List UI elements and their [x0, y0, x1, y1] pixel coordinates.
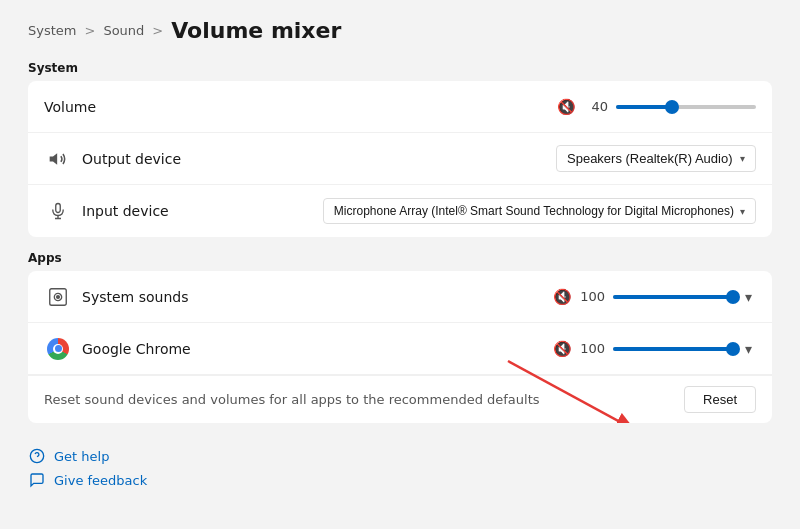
volume-label: Volume	[44, 99, 557, 115]
system-sounds-mute-icon[interactable]: 🔇	[553, 288, 572, 306]
output-device-right: Speakers (Realtek(R) Audio) ▾	[556, 145, 756, 172]
volume-mute-icon[interactable]: 🔇	[557, 98, 576, 116]
reset-row: Reset sound devices and volumes for all …	[28, 375, 772, 423]
chrome-value: 100	[580, 341, 605, 356]
system-section-label: System	[28, 61, 772, 75]
input-device-chevron: ▾	[740, 206, 745, 217]
give-feedback-icon	[28, 471, 46, 489]
chrome-icon	[44, 338, 72, 360]
breadcrumb-system[interactable]: System	[28, 23, 76, 38]
output-device-icon	[44, 149, 72, 169]
get-help-icon	[28, 447, 46, 465]
give-feedback-label: Give feedback	[54, 473, 147, 488]
apps-card: System sounds 🔇 100 ▾	[28, 271, 772, 423]
reset-button[interactable]: Reset	[684, 386, 756, 413]
output-device-row: Output device Speakers (Realtek(R) Audio…	[28, 133, 772, 185]
input-device-right: Microphone Array (Intel® Smart Sound Tec…	[323, 198, 756, 224]
system-sounds-expand-btn[interactable]: ▾	[741, 289, 756, 305]
volume-slider-fill	[616, 105, 672, 109]
chrome-slider-fill	[613, 347, 733, 351]
reset-text: Reset sound devices and volumes for all …	[44, 392, 684, 407]
breadcrumb-sep2: >	[152, 23, 163, 38]
apps-section: Apps System sounds 🔇 100	[28, 251, 772, 423]
page: System > Sound > Volume mixer System Vol…	[0, 0, 800, 529]
input-device-icon	[44, 201, 72, 221]
volume-slider-thumb[interactable]	[665, 100, 679, 114]
input-device-row: Input device Microphone Array (Intel® Sm…	[28, 185, 772, 237]
chrome-mute-icon[interactable]: 🔇	[553, 340, 572, 358]
svg-marker-0	[50, 153, 58, 165]
breadcrumb-sep1: >	[84, 23, 95, 38]
system-sounds-slider[interactable]	[613, 295, 733, 299]
breadcrumb-sound[interactable]: Sound	[103, 23, 144, 38]
volume-controls: 🔇 40	[557, 98, 756, 116]
output-device-label: Output device	[82, 151, 556, 167]
breadcrumb: System > Sound > Volume mixer	[28, 18, 772, 43]
give-feedback-link[interactable]: Give feedback	[28, 471, 772, 489]
footer-links: Get help Give feedback	[28, 447, 772, 489]
system-sounds-slider-thumb[interactable]	[726, 290, 740, 304]
input-device-value: Microphone Array (Intel® Smart Sound Tec…	[334, 204, 734, 218]
system-sounds-icon	[44, 286, 72, 308]
chrome-expand-btn[interactable]: ▾	[741, 341, 756, 357]
volume-value: 40	[584, 99, 608, 114]
google-chrome-label: Google Chrome	[82, 341, 553, 357]
volume-row: Volume 🔇 40	[28, 81, 772, 133]
google-chrome-row: Google Chrome 🔇 100 ▾	[28, 323, 772, 375]
page-title: Volume mixer	[171, 18, 341, 43]
system-sounds-value: 100	[580, 289, 605, 304]
google-chrome-controls: 🔇 100 ▾	[553, 340, 756, 358]
input-device-label: Input device	[82, 203, 323, 219]
input-device-dropdown[interactable]: Microphone Array (Intel® Smart Sound Tec…	[323, 198, 756, 224]
output-device-value: Speakers (Realtek(R) Audio)	[567, 151, 732, 166]
output-device-dropdown[interactable]: Speakers (Realtek(R) Audio) ▾	[556, 145, 756, 172]
get-help-link[interactable]: Get help	[28, 447, 772, 465]
output-device-chevron: ▾	[740, 153, 745, 164]
volume-slider[interactable]	[616, 105, 756, 109]
svg-point-6	[57, 295, 60, 298]
chrome-slider[interactable]	[613, 347, 733, 351]
system-sounds-slider-fill	[613, 295, 733, 299]
get-help-label: Get help	[54, 449, 109, 464]
system-sounds-row: System sounds 🔇 100 ▾	[28, 271, 772, 323]
chrome-slider-thumb[interactable]	[726, 342, 740, 356]
apps-section-label: Apps	[28, 251, 772, 265]
system-card: Volume 🔇 40 Output device	[28, 81, 772, 237]
system-sounds-label: System sounds	[82, 289, 553, 305]
system-sounds-controls: 🔇 100 ▾	[553, 288, 756, 306]
svg-rect-1	[56, 204, 61, 213]
